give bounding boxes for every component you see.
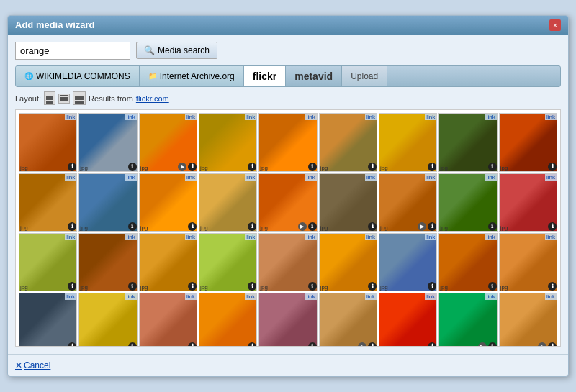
list-item[interactable]: link jpg ℹ [499,233,557,291]
list-item[interactable]: link jpg ℹ [19,233,77,291]
source-link[interactable]: flickr.com [136,94,169,103]
list-item[interactable]: link jpg ℹ [438,113,497,171]
list-item[interactable]: link jpg ℹ [78,113,137,171]
info-icon[interactable]: ℹ [368,222,377,231]
image-link-label[interactable]: link [365,114,377,120]
image-link-label[interactable]: link [545,174,557,181]
info-icon[interactable]: ℹ [188,163,197,171]
list-item[interactable]: link jpg ℹ [199,173,257,232]
list-item[interactable]: link jpg ▶ ℹ [499,293,557,347]
info-icon[interactable]: ℹ [488,342,497,347]
image-link-label[interactable]: link [185,114,197,120]
image-link-label[interactable]: link [425,114,436,120]
list-item[interactable]: link jpg ▶ ℹ [319,293,377,347]
info-icon[interactable]: ℹ [128,282,137,291]
image-link-label[interactable]: link [245,234,256,240]
image-link-label[interactable]: link [365,234,377,240]
image-link-label[interactable]: link [245,114,256,120]
tab-flickr[interactable]: flickr [244,66,286,86]
play-icon[interactable]: ▶ [478,342,487,347]
list-item[interactable]: link jpg ℹ [438,233,497,291]
info-icon[interactable]: ℹ [548,222,557,231]
image-link-label[interactable]: link [545,114,557,120]
list-item[interactable]: link jpg ℹ [199,293,257,347]
list-item[interactable]: link jpg ℹ [379,113,437,171]
info-icon[interactable]: ℹ [68,163,76,171]
list-view-icon[interactable] [58,94,70,104]
info-icon[interactable]: ℹ [128,222,137,231]
list-item[interactable]: link jpg ℹ [199,113,257,171]
info-icon[interactable]: ℹ [488,222,497,231]
info-icon[interactable]: ℹ [548,163,557,171]
info-icon[interactable]: ℹ [428,163,436,171]
close-button[interactable]: × [549,19,561,31]
image-link-label[interactable]: link [65,114,76,120]
list-item[interactable]: link jpg ℹ [19,293,77,347]
list-item[interactable]: link jpg ℹ [19,113,77,171]
list-item[interactable]: link jpg ℹ [139,233,197,291]
list-item[interactable]: link jpg ℹ [258,113,317,171]
play-icon[interactable]: ▶ [178,163,186,171]
list-item[interactable]: link jpg ▶ ℹ [438,293,497,347]
image-link-label[interactable]: link [305,174,317,181]
info-icon[interactable]: ℹ [488,163,497,171]
info-icon[interactable]: ℹ [308,342,317,347]
info-icon[interactable]: ℹ [488,282,497,291]
image-link-label[interactable]: link [305,114,317,120]
list-item[interactable]: link jpg ℹ [319,113,377,171]
list-item[interactable]: link jpg ℹ [499,113,557,171]
image-link-label[interactable]: link [125,293,137,300]
list-item[interactable]: link jpg ℹ [379,233,437,291]
image-link-label[interactable]: link [125,234,137,240]
tab-upload[interactable]: Upload [342,66,387,86]
list-item[interactable]: link jpg ℹ [78,173,137,232]
list-item[interactable]: link jpg ▶ ℹ [139,113,197,171]
image-link-label[interactable]: link [65,234,76,240]
image-link-label[interactable]: link [185,234,197,240]
detail-view-icon[interactable] [73,91,86,106]
image-link-label[interactable]: link [245,293,256,300]
image-link-label[interactable]: link [65,293,76,300]
list-item[interactable]: link jpg ℹ [438,173,497,232]
tab-internet[interactable]: 📁 Internet Archive.org [140,66,244,86]
info-icon[interactable]: ℹ [128,163,137,171]
image-link-label[interactable]: link [65,174,76,181]
info-icon[interactable]: ℹ [128,342,137,347]
list-item[interactable]: link jpg ℹ [258,233,317,291]
image-link-label[interactable]: link [485,114,497,120]
list-item[interactable]: link jpg ▶ ℹ [258,173,317,232]
info-icon[interactable]: ℹ [308,163,317,171]
list-item[interactable]: link jpg ℹ [319,173,377,232]
image-link-label[interactable]: link [365,293,377,300]
image-link-label[interactable]: link [185,293,197,300]
list-item[interactable]: link jpg ℹ [258,293,317,347]
cancel-button[interactable]: ✕ Cancel [15,360,50,370]
search-button[interactable]: 🔍 Media search [136,42,217,59]
image-link-label[interactable]: link [365,174,377,181]
image-link-label[interactable]: link [245,174,256,181]
info-icon[interactable]: ℹ [308,222,317,231]
image-link-label[interactable]: link [425,234,436,240]
info-icon[interactable]: ℹ [368,163,377,171]
list-item[interactable]: link jpg ℹ [78,233,137,291]
list-item[interactable]: link jpg ℹ [379,293,437,347]
tab-wikimedia[interactable]: 🌐 WIKIMEDIA COMMONS [16,66,140,86]
image-link-label[interactable]: link [425,293,436,300]
list-item[interactable]: link jpg ℹ [139,173,197,232]
image-link-label[interactable]: link [485,174,497,181]
info-icon[interactable]: ℹ [248,163,256,171]
list-item[interactable]: link jpg ▶ ℹ [379,173,437,232]
image-link-label[interactable]: link [545,293,557,300]
search-input[interactable] [15,42,130,60]
grid-view-icon[interactable] [44,91,55,106]
image-link-label[interactable]: link [545,234,557,240]
list-item[interactable]: link jpg ℹ [499,173,557,232]
image-link-label[interactable]: link [305,234,317,240]
image-link-label[interactable]: link [485,234,497,240]
list-item[interactable]: link jpg ℹ [139,293,197,347]
list-item[interactable]: link jpg ℹ [319,233,377,291]
tab-metavid[interactable]: metavid [286,66,342,86]
image-link-label[interactable]: link [125,114,137,120]
info-icon[interactable]: ℹ [188,222,197,231]
info-icon[interactable]: ℹ [308,282,317,291]
